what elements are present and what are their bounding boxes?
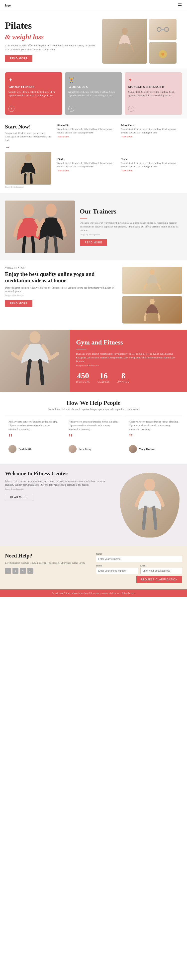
start-now-title: Start Now! (5, 124, 51, 130)
start-person-icon (16, 154, 41, 184)
author-paul-name: Paul Smith (19, 447, 32, 450)
trainers-cta-button[interactable]: READ MORE (80, 239, 107, 246)
start-now-section: Start Now! Sample text. Click to select … (0, 118, 187, 193)
help-author-3: Mary Hudson (129, 445, 179, 453)
avatar-sara (68, 445, 76, 453)
fitness-card-group: ✦ GROUP FITNESS Sample text. Click to se… (5, 72, 62, 115)
yoga-start-title: Yoga (121, 158, 182, 161)
social-facebook[interactable]: f (5, 568, 11, 574)
author-sara-name: Sara Perry (79, 447, 92, 450)
hamburger-icon[interactable]: ☰ (177, 3, 182, 8)
start-item-stormfit: Storm Fit Sample text. Click to select t… (57, 124, 118, 154)
stat-awards: 8 AWARDS (117, 371, 129, 383)
avatar-paul (8, 445, 16, 453)
gym-fitness-title: Gym and Fitness (76, 339, 181, 346)
muscle-title: MUSCLE & STRENGTH (128, 85, 179, 89)
fitness-cards-section: ✦ GROUP FITNESS Sample text. Click to se… (0, 68, 187, 118)
form-phone-col: Phone (96, 564, 138, 574)
hero-side-images (149, 19, 176, 64)
how-we-help-section: How We Help People Lorem ipsum dolor sit… (0, 392, 187, 464)
start-item-morecore: More Core Sample text. Click to select t… (121, 124, 182, 154)
phone-label: Phone (96, 564, 138, 567)
help-card-2: Alicia velesto consectur impeles iuphac … (65, 415, 122, 457)
hero-subtitle: Club Pilates studios offer low-impact, f… (5, 43, 97, 52)
help-title: How We Help People (5, 399, 182, 406)
muscle-arrow[interactable]: › (128, 106, 134, 112)
email-input[interactable] (140, 568, 182, 574)
yoga-section: YOGA CLASSES Enjoy the best quality onli… (0, 260, 187, 330)
yoga-desc: Donec sit amet euismod tellus, vel finib… (5, 286, 117, 293)
start-now-desc: Sample text. Click to select the text bo… (5, 132, 51, 142)
help-subtitle: Lorem ipsum dolor sit placerat in egesta… (5, 408, 182, 410)
more-core-link[interactable]: View More (121, 135, 132, 138)
help-author-2: Sara Perry (68, 445, 118, 453)
svg-point-9 (25, 154, 32, 162)
trainers-people-icon (8, 203, 72, 253)
need-help-section: Need Help? Lorem sit amet euismod tellus… (0, 546, 187, 589)
footer: Sample text. Click to select the text bo… (0, 589, 187, 597)
stat-awards-label: AWARDS (117, 380, 129, 383)
social-twitter[interactable]: t (13, 568, 19, 574)
logo: logo (5, 3, 11, 8)
workouts-arrow[interactable]: › (68, 106, 74, 112)
svg-point-12 (150, 269, 155, 275)
phone-input[interactable] (96, 568, 138, 574)
yoga-image-top (122, 267, 182, 294)
svg-point-3 (157, 27, 161, 32)
fitness-card-muscle: ✦ MUSCLE & STRENGTH Sample text. Click t… (125, 72, 182, 115)
need-help-left: Need Help? Lorem sit amet euismod tellus… (5, 552, 91, 583)
storm-fit-link[interactable]: View More (57, 135, 68, 138)
group-fitness-title: GROUP FITNESS (8, 85, 59, 89)
hero-images (102, 19, 182, 64)
hero-main-image (102, 19, 147, 64)
welcome-image (117, 470, 182, 540)
help-card-3-text: Alicia velesto consectur impeles iuphac … (129, 420, 179, 431)
workouts-icon: 🏋 (68, 77, 119, 83)
group-fitness-arrow[interactable]: › (8, 106, 14, 112)
gym-fitness-section: Gym and Fitness Duis aute irure dolor in… (0, 330, 187, 392)
welcome-desc: Fitness center, indoor swimming pool, ki… (5, 479, 112, 487)
form-email-col: Email (140, 564, 182, 574)
yoga-title: Enjoy the best quality online yoga and m… (5, 271, 117, 284)
quote-mark-3: " (129, 433, 179, 442)
gym-person-icon (10, 331, 60, 391)
need-help-inner: Need Help? Lorem sit amet euismod tellus… (5, 552, 182, 583)
svg-rect-5 (161, 29, 165, 30)
trainers-image-credit: Image by Bibliophoros (80, 233, 182, 236)
gym-left-image (0, 330, 70, 392)
svg-line-1 (116, 45, 119, 51)
quote-mark-1: " (8, 433, 58, 442)
help-author-1: Paul Smith (8, 445, 58, 453)
name-input[interactable] (96, 556, 182, 562)
svg-line-2 (131, 45, 133, 51)
welcome-section: Welcome to Fitness Center Fitness center… (0, 464, 187, 546)
yoga-pose-icon (143, 269, 161, 291)
submit-button[interactable]: REQUEST CLARIFICATION (136, 576, 182, 583)
email-label: Email (140, 564, 182, 567)
yoga-image-bottom (122, 296, 182, 323)
help-card-1-text: Alicia velesto consectur impeles iuphac … (8, 420, 58, 431)
social-youtube[interactable]: y (20, 568, 26, 574)
form-phone-email-row: Phone Email (96, 564, 182, 574)
help-cards-grid: Alicia velesto consectur impeles iuphac … (5, 415, 182, 457)
fitness-card-workouts: 🏋 WORKOUTS Sample text. Click to select … (65, 72, 122, 115)
workouts-title: WORKOUTS (68, 85, 119, 89)
welcome-cta-button[interactable]: READ MORE (5, 494, 33, 501)
yoga-cta-button[interactable]: READ MORE (5, 300, 32, 307)
more-core-desc: Sample text. Click to select the text bo… (121, 127, 182, 134)
social-googleplus[interactable]: G+ (27, 568, 33, 574)
author-mary-name: Mary Hudson (139, 447, 155, 450)
storm-fit-title: Storm Fit (57, 124, 118, 126)
yoga-start-link[interactable]: View More (121, 169, 132, 172)
svg-point-14 (29, 331, 40, 343)
welcome-title: Welcome to Fitness Center (5, 470, 112, 477)
pilates-link[interactable]: View More (57, 169, 68, 172)
hero-cta-button[interactable]: READ MORE (5, 55, 32, 62)
yoga-ball-icon (158, 47, 168, 59)
need-help-title: Need Help? (5, 552, 91, 559)
footer-text: Sample text. Click to select the text bo… (5, 592, 182, 594)
start-now-image (5, 152, 51, 185)
gym-right-content: Gym and Fitness Duis aute irure dolor in… (70, 330, 187, 392)
stat-classes-number: 16 (97, 371, 110, 380)
start-now-arrow[interactable]: → (5, 145, 51, 150)
